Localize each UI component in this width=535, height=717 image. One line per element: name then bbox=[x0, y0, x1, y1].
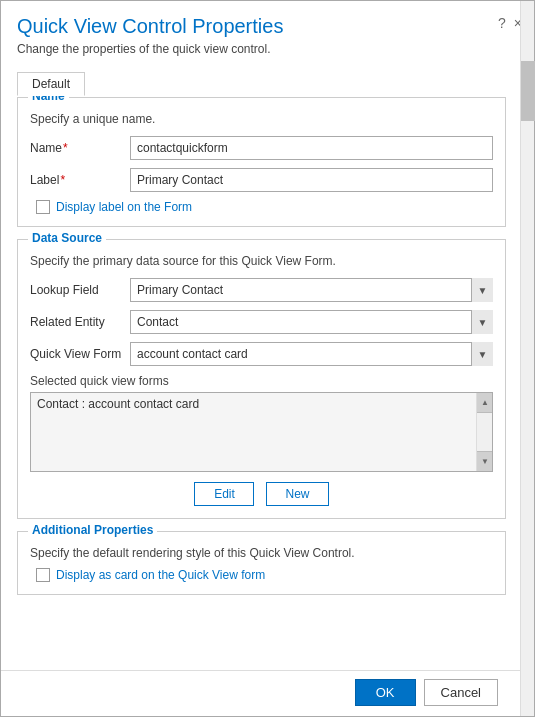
selected-forms-item: Contact : account contact card bbox=[31, 393, 492, 415]
dialog-header: Quick View Control Properties Change the… bbox=[1, 1, 534, 62]
selected-forms-label: Selected quick view forms bbox=[30, 374, 493, 388]
dialog-subtitle: Change the properties of the quick view … bbox=[17, 42, 518, 56]
dialog-footer: OK Cancel bbox=[1, 670, 534, 716]
additional-legend: Additional Properties bbox=[28, 523, 157, 537]
main-scrollbar[interactable] bbox=[520, 1, 534, 716]
additional-desc: Specify the default rendering style of t… bbox=[30, 546, 493, 560]
quick-view-form-select-wrapper: account contact card ▼ bbox=[130, 342, 493, 366]
label-row: Label* bbox=[30, 168, 493, 192]
content-wrapper: Default Name Specify a unique name. Name… bbox=[1, 62, 534, 670]
display-as-card-label[interactable]: Display as card on the Quick View form bbox=[36, 568, 265, 582]
help-icon[interactable]: ? bbox=[498, 15, 506, 31]
dialog-container: Quick View Control Properties Change the… bbox=[0, 0, 535, 717]
display-as-card-checkbox[interactable] bbox=[36, 568, 50, 582]
selected-forms-box: Contact : account contact card ▲ ▼ bbox=[30, 392, 493, 472]
display-label-checkbox[interactable] bbox=[36, 200, 50, 214]
selected-forms-scrollbar[interactable]: ▲ ▼ bbox=[476, 393, 492, 471]
related-entity-select-wrapper: Contact ▼ bbox=[130, 310, 493, 334]
cancel-button[interactable]: Cancel bbox=[424, 679, 498, 706]
lookup-field-select-wrapper: Primary Contact ▼ bbox=[130, 278, 493, 302]
new-button[interactable]: New bbox=[266, 482, 328, 506]
name-label: Name* bbox=[30, 141, 130, 155]
scrollbar-thumb[interactable] bbox=[521, 61, 535, 121]
data-source-section: Data Source Specify the primary data sou… bbox=[17, 239, 506, 519]
dialog-title: Quick View Control Properties bbox=[17, 15, 518, 38]
name-input[interactable] bbox=[130, 136, 493, 160]
quick-view-form-row: Quick View Form account contact card ▼ bbox=[30, 342, 493, 366]
label-label: Label* bbox=[30, 173, 130, 187]
data-source-legend: Data Source bbox=[28, 231, 106, 245]
scrollbar-up[interactable]: ▲ bbox=[477, 393, 493, 413]
quick-view-form-select[interactable]: account contact card bbox=[130, 342, 493, 366]
display-label-checkbox-label[interactable]: Display label on the Form bbox=[36, 200, 192, 214]
additional-section: Additional Properties Specify the defaul… bbox=[17, 531, 506, 595]
display-as-card-row: Display as card on the Quick View form bbox=[36, 568, 493, 582]
related-entity-label: Related Entity bbox=[30, 315, 130, 329]
ok-button[interactable]: OK bbox=[355, 679, 416, 706]
display-as-card-text: Display as card on the Quick View form bbox=[56, 568, 265, 582]
tab-default[interactable]: Default bbox=[17, 72, 85, 96]
name-section-desc: Specify a unique name. bbox=[30, 112, 493, 126]
label-input[interactable] bbox=[130, 168, 493, 192]
tab-bar: Default bbox=[17, 72, 506, 95]
scrollbar-down[interactable]: ▼ bbox=[477, 451, 493, 471]
display-label-row: Display label on the Form bbox=[36, 200, 493, 214]
header-icons: ? × bbox=[498, 15, 522, 31]
related-entity-select[interactable]: Contact bbox=[130, 310, 493, 334]
name-section: Name Specify a unique name. Name* Label*… bbox=[17, 97, 506, 227]
form-buttons-row: Edit New bbox=[30, 482, 493, 506]
lookup-field-row: Lookup Field Primary Contact ▼ bbox=[30, 278, 493, 302]
edit-button[interactable]: Edit bbox=[194, 482, 254, 506]
related-entity-row: Related Entity Contact ▼ bbox=[30, 310, 493, 334]
display-label-text: Display label on the Form bbox=[56, 200, 192, 214]
quick-view-form-label: Quick View Form bbox=[30, 347, 130, 361]
name-row: Name* bbox=[30, 136, 493, 160]
data-source-desc: Specify the primary data source for this… bbox=[30, 254, 493, 268]
lookup-field-select[interactable]: Primary Contact bbox=[130, 278, 493, 302]
lookup-field-label: Lookup Field bbox=[30, 283, 130, 297]
